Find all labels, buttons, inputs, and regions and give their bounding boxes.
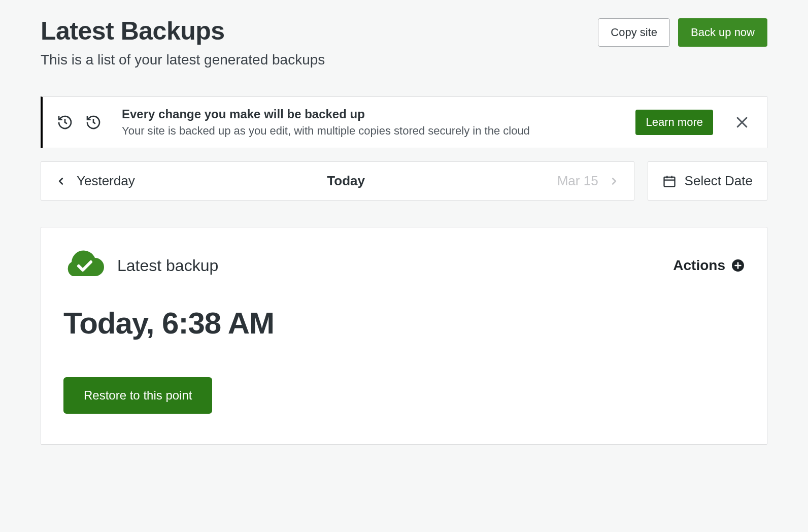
page-title: Latest Backups bbox=[41, 16, 225, 46]
svg-rect-2 bbox=[664, 177, 675, 187]
actions-button[interactable]: Actions bbox=[673, 257, 745, 274]
chevron-right-icon bbox=[609, 176, 620, 187]
actions-label: Actions bbox=[673, 257, 725, 274]
current-day-label: Today bbox=[135, 173, 557, 189]
latest-backup-label: Latest backup bbox=[117, 256, 218, 275]
history-icon bbox=[57, 114, 73, 130]
learn-more-button[interactable]: Learn more bbox=[635, 110, 713, 135]
header-buttons: Copy site Back up now bbox=[598, 18, 767, 47]
prev-day-label: Yesterday bbox=[77, 173, 135, 189]
close-icon[interactable] bbox=[731, 112, 753, 133]
date-navigator: Yesterday Today Mar 15 bbox=[41, 161, 634, 201]
banner-title: Every change you make will be backed up bbox=[122, 107, 635, 121]
page-subtitle: This is a list of your latest generated … bbox=[41, 52, 767, 68]
history-icon bbox=[85, 114, 102, 130]
backup-timestamp: Today, 6:38 AM bbox=[63, 306, 745, 341]
next-day-label: Mar 15 bbox=[557, 173, 598, 189]
chevron-left-icon bbox=[55, 176, 66, 187]
plus-circle-icon bbox=[731, 259, 745, 272]
select-date-button[interactable]: Select Date bbox=[648, 161, 767, 201]
prev-day-button[interactable]: Yesterday bbox=[55, 173, 135, 189]
backup-now-button[interactable]: Back up now bbox=[678, 18, 767, 47]
banner-icons bbox=[57, 114, 102, 130]
calendar-icon bbox=[662, 174, 677, 188]
copy-site-button[interactable]: Copy site bbox=[598, 18, 670, 47]
latest-backup-card: Latest backup Actions Today, 6:38 AM Res… bbox=[41, 227, 767, 445]
banner-description: Your site is backed up as you edit, with… bbox=[122, 124, 635, 138]
restore-button[interactable]: Restore to this point bbox=[63, 377, 212, 414]
info-banner: Every change you make will be backed up … bbox=[41, 96, 767, 148]
cloud-check-icon bbox=[63, 250, 104, 281]
select-date-label: Select Date bbox=[685, 173, 753, 189]
next-day-button: Mar 15 bbox=[557, 173, 620, 189]
